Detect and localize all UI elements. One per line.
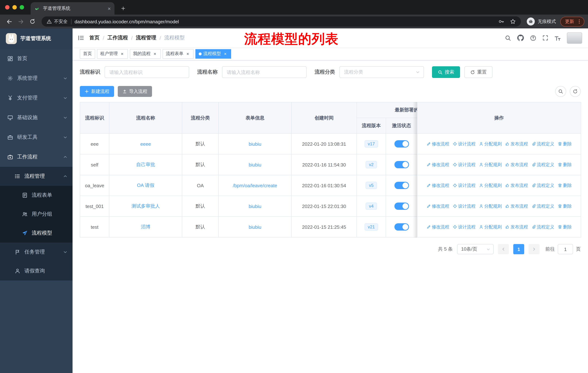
page-number-button[interactable]: 1 xyxy=(513,244,524,254)
close-window-button[interactable] xyxy=(5,5,10,10)
new-tab-button[interactable] xyxy=(118,3,128,13)
publish-process-link[interactable]: 发布流程 xyxy=(505,203,528,209)
assign-rule-link[interactable]: 分配规则 xyxy=(479,141,502,147)
sidebar-logo[interactable]: 芋道管理系统 xyxy=(0,28,73,49)
assign-rule-link[interactable]: 分配规则 xyxy=(479,161,502,168)
reset-button[interactable]: 重置 xyxy=(464,66,493,78)
form-info-link[interactable]: biubiu xyxy=(249,224,261,230)
tag-my-process[interactable]: 我的流程 xyxy=(130,49,161,59)
sidebar-item-devtools[interactable]: 研发工具 xyxy=(0,128,73,147)
bookmark-star-icon[interactable] xyxy=(510,19,516,24)
help-question-icon[interactable] xyxy=(530,35,536,41)
page-size-select[interactable]: 10条/页 xyxy=(457,244,494,254)
assign-rule-link[interactable]: 分配规则 xyxy=(479,182,502,189)
publish-process-link[interactable]: 发布流程 xyxy=(505,161,528,168)
minimize-window-button[interactable] xyxy=(12,5,17,10)
header-search-icon[interactable] xyxy=(505,35,511,41)
form-info-link[interactable]: /bpm/oa/leave/create xyxy=(233,183,277,188)
delete-process-link[interactable]: 删除 xyxy=(557,141,572,147)
delete-process-link[interactable]: 删除 xyxy=(557,203,572,209)
tag-process-model[interactable]: 流程模型 xyxy=(195,49,231,59)
browser-update-button[interactable]: 更新 xyxy=(560,17,584,26)
modify-process-link[interactable]: 修改流程 xyxy=(426,182,449,189)
assign-rule-link[interactable]: 分配规则 xyxy=(479,203,502,209)
process-name-link[interactable]: eeee xyxy=(140,141,151,147)
delete-process-link[interactable]: 删除 xyxy=(557,161,572,168)
status-toggle[interactable] xyxy=(394,161,409,168)
status-toggle[interactable] xyxy=(394,202,409,210)
fullscreen-icon[interactable] xyxy=(542,35,548,41)
user-avatar[interactable] xyxy=(567,32,582,43)
design-process-link[interactable]: 设计流程 xyxy=(452,224,475,230)
process-name-link[interactable]: 滔博 xyxy=(141,224,150,230)
sidebar-item-process-form[interactable]: 流程表单 xyxy=(0,186,73,205)
form-info-link[interactable]: biubiu xyxy=(249,141,261,147)
sidebar-item-infra[interactable]: 基础设施 xyxy=(0,108,73,128)
tab-close-icon[interactable] xyxy=(107,6,111,11)
security-warning-icon[interactable]: 不安全 xyxy=(47,18,68,25)
process-definition-link[interactable]: 流程定义 xyxy=(531,203,554,209)
design-process-link[interactable]: 设计流程 xyxy=(452,203,475,209)
tag-tenant-mgmt[interactable]: 租户管理 xyxy=(97,49,128,59)
address-bar[interactable]: 不安全 dashboard.yudao.iocoder.cn/bpm/manag… xyxy=(42,16,521,27)
publish-process-link[interactable]: 发布流程 xyxy=(505,182,528,189)
goto-page-input[interactable] xyxy=(558,244,573,254)
forward-button[interactable] xyxy=(15,16,26,27)
delete-process-link[interactable]: 删除 xyxy=(557,224,572,230)
modify-process-link[interactable]: 修改流程 xyxy=(426,141,449,147)
process-name-link[interactable]: 测试多审批人 xyxy=(131,203,160,209)
process-category-select[interactable]: 流程分类 xyxy=(339,66,424,78)
sidebar-toggle-button[interactable] xyxy=(73,28,89,47)
process-key-input[interactable] xyxy=(105,66,189,78)
form-info-link[interactable]: biubiu xyxy=(249,203,261,209)
breadcrumb-home[interactable]: 首页 xyxy=(89,35,100,41)
import-process-button[interactable]: 导入流程 xyxy=(118,86,152,97)
sidebar-item-system[interactable]: 系统管理 xyxy=(0,69,73,88)
next-page-button[interactable] xyxy=(529,244,539,254)
design-process-link[interactable]: 设计流程 xyxy=(452,161,475,168)
modify-process-link[interactable]: 修改流程 xyxy=(426,203,449,209)
status-toggle[interactable] xyxy=(394,140,409,148)
tag-close-icon[interactable] xyxy=(152,51,158,56)
sidebar-item-process-model[interactable]: 流程模型 xyxy=(0,224,73,242)
form-info-link[interactable]: biubiu xyxy=(249,162,261,167)
refresh-table-button[interactable] xyxy=(570,86,581,97)
github-icon[interactable] xyxy=(517,35,524,41)
tag-close-icon[interactable] xyxy=(185,51,190,56)
sidebar-item-workflow[interactable]: 工作流程 xyxy=(0,147,73,167)
design-process-link[interactable]: 设计流程 xyxy=(452,182,475,189)
process-definition-link[interactable]: 流程定义 xyxy=(531,224,554,230)
reload-button[interactable] xyxy=(27,16,38,27)
tag-process-form[interactable]: 流程表单 xyxy=(163,49,194,59)
prev-page-button[interactable] xyxy=(498,244,509,254)
delete-process-link[interactable]: 删除 xyxy=(557,182,572,189)
browser-tab[interactable]: 芋道管理系统 xyxy=(31,2,115,15)
process-definition-link[interactable]: 流程定义 xyxy=(531,161,554,168)
breadcrumb-process-mgmt[interactable]: 流程管理 xyxy=(136,35,156,41)
tag-close-icon[interactable] xyxy=(223,51,228,56)
process-name-input[interactable] xyxy=(222,66,307,78)
sidebar-item-home[interactable]: 首页 xyxy=(0,49,73,69)
tag-home[interactable]: 首页 xyxy=(80,49,95,59)
toggle-search-button[interactable] xyxy=(555,86,566,97)
status-toggle[interactable] xyxy=(394,223,409,231)
kebab-menu-icon[interactable] xyxy=(577,19,582,24)
modify-process-link[interactable]: 修改流程 xyxy=(426,161,449,168)
sidebar-item-process-mgmt[interactable]: 流程管理 xyxy=(0,167,73,186)
status-toggle[interactable] xyxy=(394,182,409,189)
publish-process-link[interactable]: 发布流程 xyxy=(505,141,528,147)
back-button[interactable] xyxy=(4,16,15,27)
tag-close-icon[interactable] xyxy=(120,51,125,56)
modify-process-link[interactable]: 修改流程 xyxy=(426,224,449,230)
create-process-button[interactable]: 新建流程 xyxy=(80,86,114,97)
search-button[interactable]: 搜索 xyxy=(432,66,460,78)
assign-rule-link[interactable]: 分配规则 xyxy=(479,224,502,230)
zoom-window-button[interactable] xyxy=(20,5,24,10)
process-definition-link[interactable]: 流程定义 xyxy=(531,141,554,147)
process-name-link[interactable]: OA 请假 xyxy=(137,182,154,188)
sidebar-item-task-mgmt[interactable]: 任务管理 xyxy=(0,242,73,262)
breadcrumb-workflow[interactable]: 工作流程 xyxy=(107,35,128,41)
sidebar-item-leave-query[interactable]: 请假查询 xyxy=(0,262,73,281)
font-size-icon[interactable] xyxy=(555,35,561,41)
publish-process-link[interactable]: 发布流程 xyxy=(505,224,528,230)
